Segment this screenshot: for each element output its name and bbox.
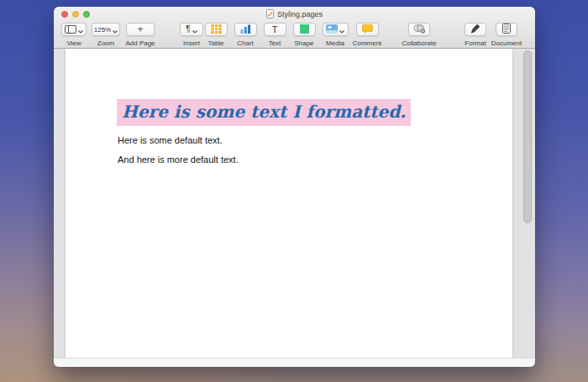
toolbar-label: Add Page (125, 39, 155, 47)
toolbar-label: Document (491, 39, 522, 47)
paragraph-icon: ¶ (186, 25, 190, 34)
toolbar-label: Text (269, 39, 281, 47)
toolbar-label: View (66, 39, 81, 47)
document-proxy-icon (266, 7, 274, 22)
titlebar: Styling.pages (54, 9, 535, 19)
document-icon (502, 22, 511, 37)
toolbar-button-media[interactable]: Media (321, 23, 349, 36)
toolbar-label: Comment (353, 39, 382, 47)
toolbar-button-format[interactable]: Format (461, 23, 490, 36)
table-icon (211, 22, 222, 37)
plus-icon: + (137, 24, 143, 34)
paragraph[interactable]: And here is more default text. (118, 154, 239, 165)
panel-layout-icon (65, 22, 76, 37)
toolbar-label: Table (207, 39, 223, 47)
chevron-down-icon (339, 22, 344, 37)
toolbar-button-view[interactable]: View (60, 23, 88, 36)
zoom-value: 125% (94, 26, 111, 34)
toolbar-label: Format (465, 39, 486, 47)
vertical-scrollbar[interactable] (523, 50, 532, 223)
format-brush-icon (470, 22, 480, 37)
chevron-down-icon (78, 22, 83, 37)
desktop-background: Styling.pages View 125% Zoom (0, 0, 588, 382)
toolbar-label: Collaborate (402, 39, 437, 47)
toolbar-label: Media (326, 39, 344, 47)
formatted-text[interactable]: Here is some text I formatted. (117, 99, 411, 126)
document-canvas: Here is some text I formatted. Here is s… (54, 49, 535, 367)
toolbar-label: Shape (294, 39, 313, 47)
paragraph[interactable]: Here is some default text. (118, 135, 223, 145)
text-icon: T (272, 25, 278, 34)
chevron-down-icon (192, 22, 197, 37)
toolbar-label: Chart (237, 39, 254, 47)
toolbar-button-zoom[interactable]: 125% Zoom (92, 23, 120, 36)
toolbar-button-collaborate[interactable]: Collaborate (405, 23, 433, 36)
window-title: Styling.pages (277, 10, 323, 18)
bar-chart-icon (240, 22, 251, 37)
collaborate-icon (412, 22, 426, 37)
toolbar-button-table[interactable]: Table (202, 23, 230, 36)
toolbar-button-comment[interactable]: Comment (353, 23, 381, 36)
toolbar-button-chart[interactable]: Chart (231, 23, 260, 36)
window-header: Styling.pages View 125% Zoom (54, 7, 535, 49)
toolbar-button-text[interactable]: T Text (260, 23, 289, 36)
chevron-down-icon (113, 22, 118, 37)
toolbar-button-shape[interactable]: Shape (290, 23, 318, 36)
comment-icon (362, 22, 373, 37)
shape-icon (300, 22, 309, 37)
document-page[interactable]: Here is some text I formatted. Here is s… (66, 49, 512, 358)
toolbar-button-add-page[interactable]: + Add Page (126, 23, 155, 36)
media-icon (326, 22, 338, 37)
window-bottom-strip (54, 358, 535, 367)
pages-window: Styling.pages View 125% Zoom (54, 7, 535, 367)
toolbar-label: Insert (183, 39, 200, 47)
toolbar-label: Zoom (97, 39, 114, 47)
toolbar-button-document[interactable]: Document (492, 23, 521, 36)
